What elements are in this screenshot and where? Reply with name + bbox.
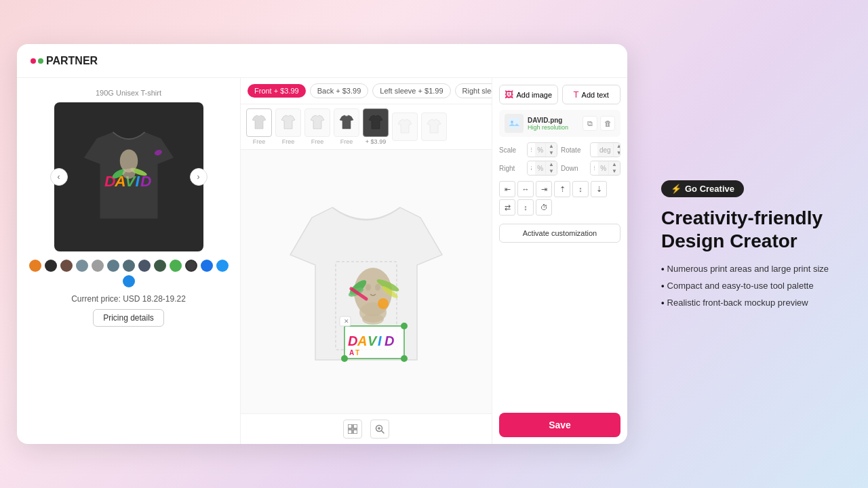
logo-dots — [31, 58, 43, 64]
zoom-icon[interactable] — [370, 420, 389, 439]
align-center-h[interactable]: ↔ — [517, 181, 534, 197]
thumb-white-4[interactable] — [392, 113, 418, 141]
svg-point-15 — [375, 284, 380, 291]
svg-text:I: I — [378, 333, 382, 348]
swatch-green[interactable] — [170, 260, 182, 272]
svg-rect-37 — [348, 430, 352, 434]
right-down[interactable]: ▼ — [546, 168, 557, 175]
align-bottom[interactable]: ⇣ — [591, 181, 607, 197]
rotate-down[interactable]: ▼ — [614, 150, 620, 157]
svg-point-31 — [341, 355, 348, 362]
thumb-white-2[interactable]: Free — [275, 108, 301, 145]
center-panel: Front + $3.99 Back + $3.99 Left sleeve +… — [241, 78, 492, 444]
thumb-white-3[interactable]: Free — [304, 108, 330, 145]
down-input-wrapper: % ▲ ▼ — [590, 161, 620, 176]
delete-file-button[interactable]: 🗑 — [600, 116, 615, 131]
right-spinners: ▲ ▼ — [545, 161, 557, 175]
logo: PARTNER — [31, 55, 98, 67]
timer-btn[interactable]: ⏱ — [536, 199, 552, 216]
tshirt-canvas: D A V I D A T — [271, 180, 461, 384]
down-label: Down — [561, 165, 587, 172]
align-left[interactable]: ⇤ — [499, 181, 515, 197]
down-unit: % — [598, 161, 608, 175]
file-resolution: High resolution — [528, 124, 583, 131]
thumb-dark-active[interactable]: + $3.99 — [363, 108, 389, 145]
svg-text:A: A — [357, 333, 367, 348]
file-thumb — [505, 114, 524, 133]
sidebar-title: Creativity-friendly Design Creator — [661, 207, 831, 252]
add-text-button[interactable]: T Add text — [562, 85, 621, 104]
swatch-brown[interactable] — [60, 260, 73, 272]
swatch-charcoal[interactable] — [138, 260, 151, 272]
svg-point-20 — [378, 298, 389, 309]
scale-down[interactable]: ▼ — [546, 150, 557, 157]
align-top[interactable]: ⇡ — [554, 181, 570, 197]
down-up[interactable]: ▲ — [609, 161, 620, 168]
swatch-forest[interactable] — [154, 260, 166, 272]
file-meta: DAVID.png High resolution — [528, 117, 583, 131]
svg-point-30 — [401, 323, 408, 329]
logo-dot-green — [38, 58, 43, 64]
tab-back[interactable]: Back + $3.99 — [310, 83, 369, 98]
activate-button[interactable]: Activate customization — [499, 224, 620, 243]
tab-front[interactable]: Front + $3.99 — [248, 84, 306, 98]
swatch-darkgray[interactable] — [45, 260, 57, 272]
down-spinners: ▲ ▼ — [608, 161, 620, 175]
thumb-dark-1[interactable]: Free — [334, 108, 359, 145]
go-creative-badge: ⚡ Go Creative — [661, 180, 744, 197]
scale-up[interactable]: ▲ — [546, 143, 557, 150]
tshirt-thumbs-row: Free Free Free — [241, 104, 492, 150]
header: PARTNER — [17, 44, 627, 78]
svg-rect-43 — [509, 118, 519, 129]
scale-input-wrapper: % ▲ ▼ — [527, 142, 557, 157]
swatch-black[interactable] — [185, 260, 197, 272]
rotate-input[interactable] — [591, 144, 597, 156]
scale-input[interactable] — [528, 144, 535, 156]
price-text: Current price: USD 18.28-19.22 — [71, 294, 186, 304]
scale-label: Scale — [499, 146, 524, 154]
add-text-icon: T — [574, 89, 579, 100]
down-down[interactable]: ▼ — [609, 168, 620, 175]
swatch-blue3[interactable] — [123, 275, 135, 287]
swatch-gray[interactable] — [92, 260, 104, 272]
main-content: 190G Unisex T-shirt ‹ D A V — [17, 78, 627, 444]
align-center-v[interactable]: ↕ — [572, 181, 589, 197]
svg-line-40 — [382, 431, 384, 434]
action-buttons: 🖼 Add image T Add text — [499, 85, 620, 104]
swatch-blue1[interactable] — [201, 260, 213, 272]
scale-spinners: ▲ ▼ — [545, 143, 557, 157]
tab-right-sleeve[interactable]: Right sleeve + $1.99 — [455, 83, 492, 98]
prev-arrow[interactable]: ‹ — [50, 168, 68, 186]
next-arrow[interactable]: › — [190, 168, 208, 186]
svg-text:T: T — [355, 349, 359, 357]
feature-dot-1: • — [661, 264, 665, 274]
flip-v[interactable]: ↕ — [517, 199, 534, 216]
rotate-up[interactable]: ▲ — [614, 143, 620, 150]
thumb-white-5[interactable] — [421, 113, 447, 141]
right-up[interactable]: ▲ — [546, 161, 557, 168]
tab-left-sleeve[interactable]: Left sleeve + $1.99 — [372, 83, 450, 98]
copy-file-button[interactable]: ⧉ — [583, 116, 597, 131]
scale-unit: % — [535, 143, 545, 157]
grid-icon[interactable] — [343, 420, 362, 439]
sidebar-content: ⚡ Go Creative Creativity-friendly Design… — [641, 167, 851, 321]
feature-item-1: • Numerous print areas and large print s… — [661, 264, 831, 274]
file-actions: ⧉ 🗑 — [583, 116, 615, 131]
swatch-bluegray[interactable] — [76, 260, 88, 272]
align-right[interactable]: ⇥ — [536, 181, 552, 197]
tshirt-white-svg: D A V I D A T — [278, 187, 454, 377]
add-image-button[interactable]: 🖼 Add image — [499, 85, 558, 104]
file-name: DAVID.png — [528, 117, 583, 124]
swatch-blue2[interactable] — [216, 260, 229, 272]
down-input[interactable] — [591, 162, 598, 174]
pricing-button[interactable]: Pricing details — [93, 309, 164, 327]
save-button[interactable]: Save — [499, 413, 620, 437]
feature-dot-2: • — [661, 281, 665, 291]
flip-h[interactable]: ⇄ — [499, 199, 515, 216]
right-input[interactable] — [528, 162, 535, 174]
svg-text:A: A — [349, 349, 354, 357]
thumb-white-1[interactable]: Free — [246, 108, 272, 145]
swatch-orange[interactable] — [29, 260, 41, 272]
swatch-slate[interactable] — [107, 260, 119, 272]
swatch-darkslate[interactable] — [123, 260, 135, 272]
